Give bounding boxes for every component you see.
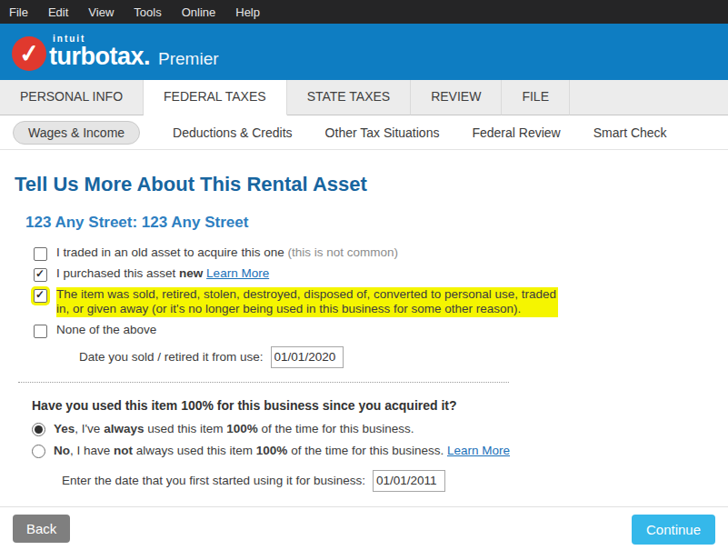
start-date-input[interactable] (373, 470, 445, 492)
label-bold: No (54, 444, 70, 457)
continue-button[interactable]: Continue (632, 515, 715, 545)
tab-state-taxes[interactable]: STATE TAXES (287, 80, 412, 115)
sold-date-row: Date you sold / retired it from use: (79, 346, 728, 368)
checkbox-row-traded-asset[interactable]: I traded in an old asset to acquire this… (34, 245, 728, 261)
label-bold: not (114, 444, 133, 457)
learn-more-link-purchased[interactable]: Learn More (206, 266, 269, 280)
subnav-other-tax-situations[interactable]: Other Tax Situations (325, 125, 440, 140)
menu-tools[interactable]: Tools (134, 5, 161, 19)
radio-no[interactable] (32, 445, 45, 458)
checkbox-label: None of the above (56, 323, 156, 337)
label-text: of the time for this business. (258, 422, 414, 435)
logo-wordmark: intuit turbotax. Premier (49, 34, 219, 69)
back-button[interactable]: Back (13, 515, 70, 543)
menu-online[interactable]: Online (182, 5, 216, 19)
label-text: of the time for this business. (287, 444, 447, 457)
subnav-smart-check[interactable]: Smart Check (593, 125, 667, 140)
app-header: ✓ intuit turbotax. Premier (0, 24, 728, 80)
label-text: I traded in an old asset to acquire this… (56, 245, 284, 259)
main-content: Tell Us More About This Rental Asset 123… (0, 173, 728, 492)
tab-file[interactable]: FILE (502, 80, 570, 115)
radio-row-yes[interactable]: Yes, I've always used this item 100% of … (32, 422, 728, 437)
radio-row-no[interactable]: No, I have not always used this item 100… (32, 444, 728, 459)
label-text: , I've (75, 422, 104, 435)
turbotax-window: File Edit View Tools Online Help ✓ intui… (0, 0, 728, 560)
checkbox-item-disposed[interactable] (34, 289, 47, 303)
footer-bar: Back Continue (0, 506, 728, 560)
label-bold: always (104, 422, 144, 435)
page-title: Tell Us More About This Rental Asset (15, 173, 728, 196)
main-tabs: PERSONAL INFO FEDERAL TAXES STATE TAXES … (0, 80, 728, 115)
label-text: always used this item (133, 444, 256, 457)
tabbar-filler (570, 80, 728, 115)
menubar: File Edit View Tools Online Help (0, 0, 728, 24)
usage-question-prompt: Have you used this item 100% for this bu… (32, 398, 728, 413)
menu-file[interactable]: File (9, 5, 28, 19)
sold-date-label: Date you sold / retired it from use: (79, 350, 264, 364)
subnav-deductions-credits[interactable]: Deductions & Credits (173, 125, 293, 140)
checkbox-label: I purchased this asset new Learn More (56, 266, 269, 281)
label-bold: 100% (256, 444, 288, 457)
label-bold: Yes (54, 422, 75, 435)
tab-personal-info[interactable]: PERSONAL INFO (0, 80, 144, 115)
federal-taxes-subnav: Wages & Income Deductions & Credits Othe… (0, 115, 728, 150)
tab-federal-taxes[interactable]: FEDERAL TAXES (144, 80, 287, 115)
subnav-federal-review[interactable]: Federal Review (472, 125, 560, 140)
checkbox-purchased-new[interactable] (34, 268, 47, 282)
checkbox-traded-asset[interactable] (34, 247, 47, 261)
checkbox-row-purchased-new[interactable]: I purchased this asset new Learn More (34, 266, 728, 282)
start-date-row: Enter the date that you first started us… (62, 470, 728, 492)
turbotax-wordmark: turbotax. (49, 44, 150, 69)
checkbox-row-item-disposed[interactable]: The item was sold, retired, stolen, dest… (34, 287, 728, 317)
learn-more-link-no[interactable]: Learn More (447, 444, 510, 457)
checkbox-label-highlighted: The item was sold, retired, stolen, dest… (56, 287, 558, 317)
checkbox-none-of-above[interactable] (34, 325, 47, 338)
usage-question-section: Have you used this item 100% for this bu… (32, 398, 728, 492)
turbotax-logo: ✓ intuit turbotax. Premier (12, 33, 219, 71)
start-date-label: Enter the date that you first started us… (62, 474, 365, 487)
tab-review[interactable]: REVIEW (411, 80, 502, 115)
menu-edit[interactable]: Edit (48, 5, 68, 19)
section-divider (18, 382, 509, 383)
logo-circle: ✓ (12, 36, 46, 71)
checkmark-icon: ✓ (17, 40, 40, 66)
label-bold: 100% (226, 422, 258, 435)
radio-no-label: No, I have not always used this item 100… (54, 444, 510, 459)
radio-yes[interactable] (32, 423, 45, 436)
edition-label: Premier (158, 49, 219, 69)
label-text: I purchased this asset (56, 266, 179, 280)
label-text: , I have (70, 444, 114, 457)
checkbox-label: I traded in an old asset to acquire this… (56, 245, 398, 260)
label-note: (this is not common) (287, 245, 398, 259)
radio-yes-label: Yes, I've always used this item 100% of … (54, 422, 414, 437)
asset-options-list: I traded in an old asset to acquire this… (34, 245, 728, 368)
sold-date-input[interactable] (271, 346, 344, 368)
menu-view[interactable]: View (88, 5, 114, 19)
menu-help[interactable]: Help (235, 5, 260, 19)
label-bold: new (179, 266, 203, 280)
asset-address: 123 Any Street: 123 Any Street (25, 214, 728, 232)
subnav-wages-income[interactable]: Wages & Income (13, 121, 140, 145)
label-text: used this item (144, 422, 226, 435)
checkbox-row-none-of-above[interactable]: None of the above (34, 323, 728, 338)
